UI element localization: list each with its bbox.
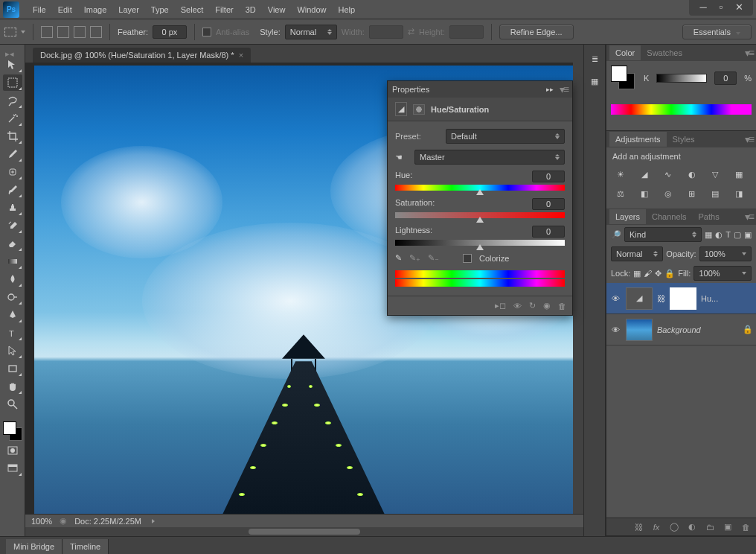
refine-edge-button[interactable]: Refine Edge... [499, 25, 574, 39]
brush-tool[interactable] [3, 182, 22, 198]
saturation-slider[interactable] [395, 212, 565, 218]
eyedropper-sub-icon[interactable]: ✎₋ [428, 253, 439, 263]
add-selection-icon[interactable] [57, 26, 69, 38]
tab-timeline[interactable]: Timeline [63, 539, 109, 554]
document-tab[interactable]: Dock.jpg @ 100% (Hue/Saturation 1, Layer… [33, 48, 251, 63]
close-icon[interactable]: ✕ [732, 2, 746, 13]
marquee-tool[interactable] [3, 74, 22, 91]
layer-filter-dropdown[interactable]: Kind [624, 227, 702, 242]
new-layer-icon[interactable]: ▣ [722, 522, 734, 532]
lightness-slider[interactable] [395, 240, 565, 246]
preset-dropdown[interactable]: Default [446, 129, 565, 144]
feather-input[interactable] [153, 25, 187, 39]
toggle-visibility-icon[interactable]: ◉ [543, 301, 551, 311]
tab-paths[interactable]: Paths [693, 209, 725, 224]
mask-type-icon[interactable] [413, 104, 425, 115]
panel-menu-icon[interactable]: ▾≡ [745, 211, 753, 223]
tab-adjustments[interactable]: Adjustments [609, 132, 667, 147]
clone-stamp-tool[interactable] [3, 200, 22, 216]
invert-adj-icon[interactable]: ◨ [731, 186, 747, 201]
toolbar-grip-icon[interactable]: ▸◂ [5, 49, 20, 55]
properties-panel[interactable]: Properties ▸▸ ▾≡ ◢ Hue/Saturation Preset… [387, 80, 573, 316]
delete-layer-icon[interactable]: 🗑 [740, 522, 752, 532]
tool-preset-caret-icon[interactable] [21, 31, 25, 34]
horizontal-scrollbar[interactable] [25, 527, 583, 536]
mask-thumb[interactable] [670, 287, 696, 310]
blend-mode-dropdown[interactable]: Normal [611, 246, 663, 261]
hand-tool[interactable] [3, 378, 22, 395]
panel-menu-icon[interactable]: ▾≡ [745, 47, 753, 59]
doc-info-caret-icon[interactable] [152, 519, 155, 523]
color-ramp[interactable] [611, 104, 752, 115]
vertical-scrollbar[interactable] [573, 63, 583, 526]
adj-layer-thumb[interactable]: ◢ [626, 287, 653, 310]
layer-row[interactable]: 👁 Background 🔒 [606, 314, 756, 346]
maximize-icon[interactable]: ▫ [714, 2, 728, 13]
tab-color[interactable]: Color [609, 45, 641, 60]
collapse-icon[interactable]: ▸▸ [546, 86, 554, 93]
screen-mode-tool[interactable] [3, 460, 22, 477]
lock-trans-icon[interactable]: ▦ [633, 269, 641, 278]
colorize-checkbox[interactable] [463, 254, 472, 263]
healing-brush-tool[interactable] [3, 164, 22, 180]
actions-panel-icon[interactable]: ▦ [587, 74, 602, 88]
clip-to-layer-icon[interactable]: ▸◻ [495, 301, 506, 311]
intersect-selection-icon[interactable] [90, 26, 102, 38]
vibrance-adj-icon[interactable]: ▽ [707, 167, 723, 182]
menu-edit[interactable]: Edit [52, 2, 78, 17]
new-selection-icon[interactable] [41, 26, 53, 38]
menu-select[interactable]: Select [175, 2, 210, 17]
eyedropper-tool[interactable] [3, 146, 22, 162]
eraser-tool[interactable] [3, 235, 22, 252]
panel-menu-icon[interactable]: ▾≡ [560, 83, 568, 95]
tab-swatches[interactable]: Swatches [641, 45, 688, 60]
eyedropper-add-icon[interactable]: ✎₊ [409, 253, 420, 263]
style-dropdown[interactable]: Normal [285, 25, 337, 39]
antialias-checkbox[interactable] [202, 28, 211, 36]
curves-adj-icon[interactable]: ∿ [660, 167, 676, 182]
channel-mixer-adj-icon[interactable]: ⊞ [684, 186, 700, 201]
hue-slider[interactable] [395, 185, 565, 191]
channel-dropdown[interactable]: Master [414, 150, 565, 165]
layer-name[interactable]: Hu... [701, 294, 718, 303]
color-balance-adj-icon[interactable]: ⚖ [612, 186, 629, 201]
visibility-icon[interactable]: 👁 [609, 294, 621, 303]
mask-icon[interactable]: ◯ [668, 522, 680, 532]
brightness-adj-icon[interactable]: ☀ [612, 167, 629, 182]
filter-shape-icon[interactable]: ▢ [734, 230, 741, 240]
essentials-button[interactable]: Essentials [682, 25, 752, 39]
filter-adj-icon[interactable]: ◐ [715, 230, 723, 240]
adj-type-icon[interactable]: ◢ [395, 102, 407, 116]
tab-styles[interactable]: Styles [667, 132, 701, 147]
layer-row[interactable]: 👁 ◢ ⛓ Hu... [606, 283, 756, 314]
tab-layers[interactable]: Layers [609, 209, 646, 224]
levels-adj-icon[interactable]: ◢ [636, 167, 653, 182]
layer-thumb[interactable] [626, 319, 653, 341]
zoom-level[interactable]: 100% [31, 517, 52, 526]
minimize-icon[interactable]: ─ [696, 2, 710, 13]
menu-layer[interactable]: Layer [112, 2, 145, 17]
visibility-icon[interactable]: 👁 [609, 325, 621, 334]
link-icon[interactable]: ⛓ [657, 294, 665, 303]
new-group-icon[interactable]: 🗀 [704, 522, 716, 532]
new-adj-icon[interactable]: ◐ [686, 522, 698, 532]
tab-channels[interactable]: Channels [646, 209, 692, 224]
link-layers-icon[interactable]: ⛓ [632, 522, 644, 532]
quick-mask-tool[interactable] [3, 442, 22, 459]
fill-input[interactable]: 100% [693, 266, 752, 281]
k-slider[interactable] [656, 74, 707, 83]
saturation-value-input[interactable] [532, 198, 565, 210]
delete-adj-icon[interactable]: 🗑 [558, 302, 566, 311]
targeted-adj-icon[interactable]: ☚ [395, 153, 409, 162]
k-value-input[interactable] [714, 71, 737, 85]
menu-view[interactable]: View [262, 2, 292, 17]
menu-image[interactable]: Image [78, 2, 113, 17]
layer-name[interactable]: Background [657, 325, 701, 334]
lock-all-icon[interactable]: 🔒 [664, 269, 675, 278]
lightness-value-input[interactable] [532, 226, 565, 238]
color-lookup-adj-icon[interactable]: ▤ [707, 186, 723, 201]
path-selection-tool[interactable] [3, 343, 22, 359]
blur-tool[interactable] [3, 271, 22, 287]
hue-value-input[interactable] [532, 171, 565, 182]
filter-smart-icon[interactable]: ▣ [744, 230, 752, 240]
